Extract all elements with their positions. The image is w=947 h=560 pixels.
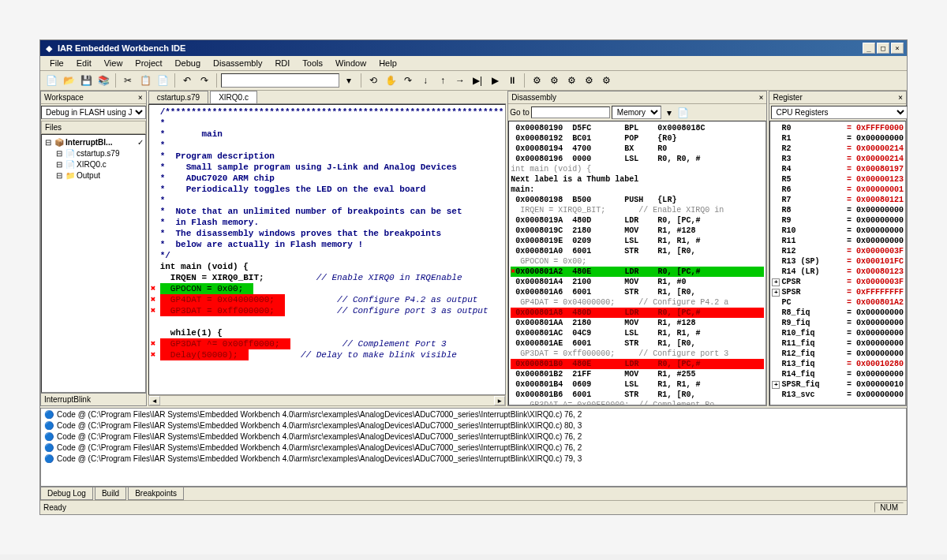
panel-close-icon[interactable]: × [138,93,143,102]
expand-icon[interactable]: + [772,381,780,389]
tool-icon[interactable]: ⚙ [529,73,545,88]
expand-icon[interactable]: + [772,278,780,286]
register-content[interactable]: R0= 0xFFFF0000R1= 0x00000000R2= 0x000002… [769,121,906,405]
panel-close-icon[interactable]: × [758,93,763,102]
cut-icon[interactable]: ✂ [120,73,136,88]
tool-icon[interactable]: ⚙ [546,73,562,88]
open-icon[interactable]: 📂 [61,73,77,88]
register-row[interactable]: +SPSR= 0xFFFFFFFF [772,287,904,297]
redo-icon[interactable]: ↷ [197,73,212,88]
tree-node[interactable]: ⊟📄XIRQ0.c [43,159,144,170]
expand-icon[interactable]: ⊟ [54,170,64,180]
tree-node[interactable]: ⊟📦InterruptBl...✓ [43,136,144,147]
memory-dropdown[interactable]: Memory [612,106,661,119]
disasm-tool-icon[interactable]: ▾ [663,106,676,119]
register-dropdown[interactable]: CPU Registers [771,106,908,119]
menu-tools[interactable]: Tools [296,57,329,69]
breakpoint-icon[interactable]: ✖ [151,305,160,316]
register-row[interactable]: R10_fiq= 0x00000000 [772,328,904,338]
expand-icon[interactable]: ⊟ [54,159,64,169]
break-icon[interactable]: ⏸ [504,73,520,88]
tree-node[interactable]: ⊟📄cstartup.s79 [43,147,144,159]
register-row[interactable]: R3= 0x00000214 [772,154,904,164]
expand-icon[interactable]: ⊟ [43,137,53,147]
breakpoint-icon[interactable]: ✖ [151,294,160,305]
save-icon[interactable]: 💾 [78,73,94,88]
copy-icon[interactable]: 📋 [137,73,153,88]
editor-tab[interactable]: cstartup.s79 [148,91,208,103]
panel-close-icon[interactable]: × [898,93,903,102]
step-over-icon[interactable]: ↷ [400,73,416,88]
menu-file[interactable]: File [43,57,70,69]
log-line[interactable]: 🔵Code @ (C:\Program Files\IAR Systems\Em… [41,453,906,464]
go-icon[interactable]: ▶ [487,73,503,88]
register-row[interactable]: R2= 0x00000214 [772,144,904,154]
register-row[interactable]: R10= 0x00000000 [772,226,904,236]
register-row[interactable]: R5= 0x00000123 [772,174,904,185]
register-row[interactable]: R6= 0x00000001 [772,185,904,195]
register-row[interactable]: R1= 0x00000000 [772,133,904,144]
register-row[interactable]: +SPSR_fiq= 0x00000010 [772,379,904,390]
workspace-tab[interactable]: InterruptBlink [41,393,146,405]
expand-icon[interactable]: ⊟ [54,148,64,158]
reset-icon[interactable]: ⟲ [365,73,381,88]
saveall-icon[interactable]: 📚 [95,73,111,88]
menu-edit[interactable]: Edit [70,57,98,69]
register-row[interactable]: PC= 0x000801A2 [772,297,904,308]
register-row[interactable]: R11_fiq= 0x00000000 [772,338,904,349]
log-line[interactable]: 🔵Code @ (C:\Program Files\IAR Systems\Em… [41,420,906,431]
register-row[interactable]: R12_fiq= 0x00000000 [772,349,904,359]
tool-icon[interactable]: ⚙ [581,73,597,88]
breakpoint-icon[interactable]: ✖ [151,349,160,360]
scroll-right-icon[interactable]: ► [494,396,505,405]
menu-debug[interactable]: Debug [169,57,207,69]
expand-icon[interactable]: + [772,289,780,297]
tool-icon[interactable]: ⚙ [598,73,614,88]
step-out-icon[interactable]: ↑ [435,73,451,88]
minimize-button[interactable]: _ [863,43,875,54]
scroll-left-icon[interactable]: ◄ [149,396,160,405]
register-row[interactable]: R13 (SP)= 0x000101FC [772,256,904,267]
tree-node[interactable]: ⊟📁Output [43,170,144,181]
paste-icon[interactable]: 📄 [155,73,170,88]
register-row[interactable]: R8_fiq= 0x00000000 [772,308,904,318]
search-input[interactable] [221,73,339,88]
log-line[interactable]: 🔵Code @ (C:\Program Files\IAR Systems\Em… [41,431,906,442]
menu-view[interactable]: View [98,57,129,69]
disasm-content[interactable]: 0x00080190 D5FC BPL 0x0008018C 0x0008019… [508,121,766,405]
register-row[interactable]: R14_fiq= 0x00000000 [772,369,904,379]
config-dropdown[interactable]: Debug in FLASH using J [41,106,146,119]
editor-tab[interactable]: XIRQ0.c [210,91,257,103]
menu-window[interactable]: Window [329,57,372,69]
log-tab[interactable]: Debug Log [40,487,93,500]
dropdown-icon[interactable]: ▾ [341,73,357,88]
register-row[interactable]: R13_fiq= 0x00010280 [772,359,904,369]
tool-icon[interactable]: ⚙ [563,73,579,88]
breakpoint-icon[interactable]: ✖ [151,338,160,349]
register-row[interactable]: R13_svc= 0x00000000 [772,390,904,400]
register-row[interactable]: R14 (LR)= 0x00080123 [772,267,904,277]
register-row[interactable]: R4= 0x00080197 [772,164,904,174]
register-row[interactable]: R12= 0x0000003F [772,246,904,256]
stop-icon[interactable]: ✋ [383,73,399,88]
close-button[interactable]: × [891,43,904,54]
new-icon[interactable]: 📄 [43,73,59,88]
register-row[interactable]: +CPSR= 0x0000003F [772,277,904,287]
disasm-tool-icon[interactable]: 📄 [677,106,690,119]
register-row[interactable]: R0= 0xFFFF0000 [772,123,904,133]
register-row[interactable]: R9= 0x00000000 [772,215,904,226]
log-tab[interactable]: Build [95,487,126,500]
menu-rdi[interactable]: RDI [268,57,296,69]
maximize-button[interactable]: □ [877,43,889,54]
run-cursor-icon[interactable]: ▶| [470,73,485,88]
breakpoint-icon[interactable]: ✖ [151,283,160,294]
undo-icon[interactable]: ↶ [179,73,195,88]
log-panel[interactable]: 🔵Code @ (C:\Program Files\IAR Systems\Em… [40,408,907,487]
register-row[interactable]: R7= 0x00080121 [772,195,904,205]
log-line[interactable]: 🔵Code @ (C:\Program Files\IAR Systems\Em… [41,442,906,453]
menu-project[interactable]: Project [129,57,168,69]
register-row[interactable]: R9_fiq= 0x00000000 [772,318,904,328]
scrollbar-horizontal[interactable]: ◄ ► [148,395,507,406]
goto-input[interactable] [531,106,610,118]
menu-help[interactable]: Help [372,57,403,69]
